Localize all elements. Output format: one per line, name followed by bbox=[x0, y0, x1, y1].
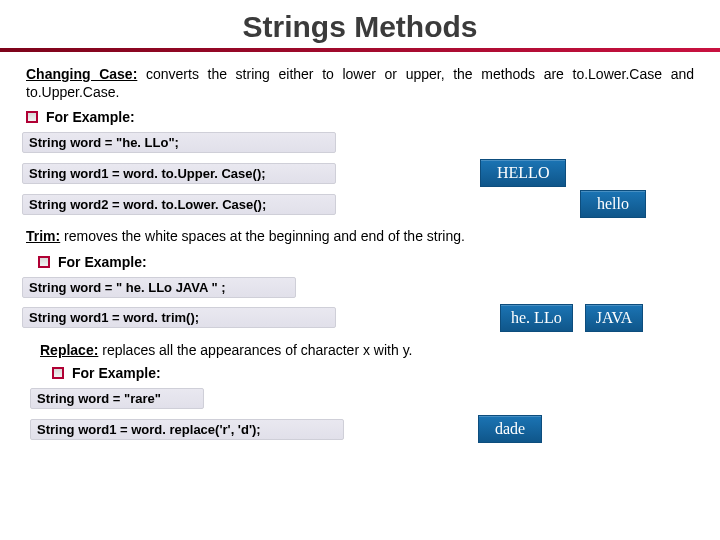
code-box: String word1 = word. replace('r', 'd'); bbox=[30, 419, 344, 440]
heading-replace: Replace: bbox=[40, 342, 98, 358]
heading-trim: Trim: bbox=[26, 228, 60, 244]
output-pill-hello-upper: HELLO bbox=[480, 159, 566, 187]
code-box: String word1 = word. trim(); bbox=[22, 307, 336, 328]
output-pill-hello-lower: hello bbox=[580, 190, 646, 218]
example-label-2: For Example: bbox=[58, 254, 147, 270]
heading-changing-case: Changing Case: bbox=[26, 66, 137, 82]
content-area: Changing Case: converts the string eithe… bbox=[0, 52, 720, 443]
code-box: String word = " he. LLo JAVA " ; bbox=[22, 277, 296, 298]
example-label-1: For Example: bbox=[46, 109, 135, 125]
example-row-1: For Example: bbox=[26, 109, 694, 125]
code-box: String word = "he. LLo"; bbox=[22, 132, 336, 153]
code-row-2a: String word = " he. LLo JAVA " ; bbox=[26, 274, 694, 301]
bullet-icon bbox=[26, 111, 38, 123]
output-pill-trim-2: JAVA bbox=[585, 304, 644, 332]
output-pill-dade: dade bbox=[478, 415, 542, 443]
code-row-3b: String word1 = word. replace('r', 'd'); … bbox=[34, 415, 694, 443]
section-replace: Replace: replaces all the appearances of… bbox=[40, 342, 694, 360]
bullet-icon bbox=[38, 256, 50, 268]
section-trim: Trim: removes the white spaces at the be… bbox=[26, 228, 694, 246]
page-title: Strings Methods bbox=[0, 10, 720, 44]
output-pill-trim-1: he. LLo bbox=[500, 304, 573, 332]
example-row-3: For Example: bbox=[52, 365, 694, 381]
example-row-2: For Example: bbox=[38, 254, 694, 270]
code-row-2b: String word1 = word. trim(); he. LLo JAV… bbox=[26, 304, 694, 332]
code-row-3a: String word = "rare" bbox=[34, 385, 694, 412]
code-box: String word2 = word. to.Lower. Case(); bbox=[22, 194, 336, 215]
code-row-1b: String word1 = word. to.Upper. Case(); H… bbox=[26, 159, 694, 187]
section-changing-case: Changing Case: converts the string eithe… bbox=[26, 66, 694, 101]
code-row-1c: String word2 = word. to.Lower. Case(); h… bbox=[26, 190, 694, 218]
example-label-3: For Example: bbox=[72, 365, 161, 381]
code-row-1a: String word = "he. LLo"; bbox=[26, 129, 694, 156]
text-trim: removes the white spaces at the beginnin… bbox=[60, 228, 465, 244]
code-box: String word = "rare" bbox=[30, 388, 204, 409]
code-box: String word1 = word. to.Upper. Case(); bbox=[22, 163, 336, 184]
bullet-icon bbox=[52, 367, 64, 379]
text-replace: replaces all the appearances of characte… bbox=[98, 342, 412, 358]
